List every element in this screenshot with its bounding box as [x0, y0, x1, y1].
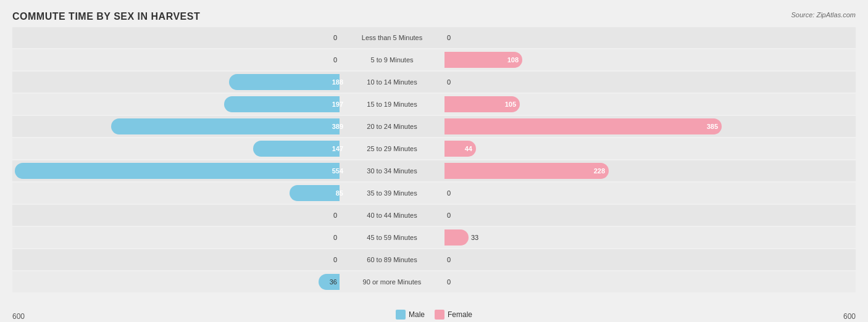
row-label: 60 to 89 Minutes [340, 256, 444, 263]
male-bar [224, 96, 340, 112]
chart-area: Less than 5 Minutes005 to 9 Minutes01081… [12, 27, 856, 279]
row-label: 35 to 39 Minutes [340, 189, 444, 197]
female-value-zero: 0 [447, 212, 451, 219]
legend: Male Female [396, 310, 472, 320]
chart-row: 20 to 24 Minutes389385 [12, 116, 856, 137]
female-value-zero: 0 [447, 78, 451, 86]
axis-label-right: 600 [843, 312, 856, 321]
chart-row: 30 to 34 Minutes554228 [12, 160, 856, 181]
row-label: 90 or more Minutes [340, 278, 444, 286]
row-label: Less than 5 Minutes [340, 34, 444, 41]
row-label: 30 to 34 Minutes [340, 167, 444, 175]
female-value: 228 [594, 167, 605, 175]
male-bar [111, 118, 340, 134]
row-label: 20 to 24 Minutes [340, 123, 444, 130]
female-value-zero: 0 [447, 256, 451, 263]
male-bar [253, 141, 340, 157]
chart-row: 60 to 89 Minutes00 [12, 249, 856, 270]
female-value: 108 [507, 56, 519, 64]
female-swatch [435, 310, 444, 320]
male-value-zero: 0 [333, 34, 337, 41]
chart-row: 25 to 29 Minutes14744 [12, 138, 856, 159]
axis-label-left: 600 [12, 312, 25, 321]
male-swatch [396, 310, 406, 320]
female-value: 105 [505, 101, 516, 108]
chart-row: 35 to 39 Minutes850 [12, 183, 856, 204]
male-label: Male [409, 310, 425, 319]
male-value-zero: 0 [333, 256, 337, 263]
chart-row: 45 to 59 Minutes033 [12, 227, 856, 248]
female-value-zero: 0 [447, 34, 451, 41]
female-bar [444, 229, 469, 246]
female-value: 385 [707, 123, 718, 130]
row-label: 15 to 19 Minutes [340, 101, 444, 108]
row-label: 10 to 14 Minutes [340, 78, 444, 86]
chart-container: COMMUTE TIME BY SEX IN HARVEST Source: Z… [0, 0, 868, 322]
female-value-zero: 0 [447, 189, 451, 197]
row-label: 45 to 59 Minutes [340, 234, 444, 241]
male-bar [290, 185, 340, 201]
male-value-zero: 0 [333, 56, 337, 64]
legend-male: Male [396, 310, 425, 320]
female-bar [444, 118, 722, 134]
chart-row: 5 to 9 Minutes0108 [12, 49, 856, 70]
row-label: 25 to 29 Minutes [340, 145, 444, 152]
chart-row: 10 to 14 Minutes1880 [12, 72, 856, 93]
female-bar [444, 163, 609, 179]
chart-row: 15 to 19 Minutes197105 [12, 94, 856, 115]
legend-female: Female [435, 310, 472, 320]
female-value: 33 [471, 234, 478, 241]
female-value-zero: 0 [447, 278, 451, 286]
male-bar [15, 163, 340, 179]
male-bar [229, 74, 340, 90]
chart-row: 90 or more Minutes360 [12, 271, 856, 292]
chart-row: Less than 5 Minutes00 [12, 27, 856, 48]
male-value-zero: 0 [333, 212, 337, 219]
female-label: Female [448, 310, 472, 319]
source-text: Source: ZipAtlas.com [791, 11, 856, 19]
chart-title: COMMUTE TIME BY SEX IN HARVEST [12, 11, 856, 22]
male-value: 36 [330, 278, 337, 286]
row-label: 40 to 44 Minutes [340, 212, 444, 219]
female-value: 44 [465, 145, 472, 152]
row-label: 5 to 9 Minutes [340, 56, 444, 64]
chart-row: 40 to 44 Minutes00 [12, 205, 856, 226]
male-value-zero: 0 [333, 234, 337, 241]
